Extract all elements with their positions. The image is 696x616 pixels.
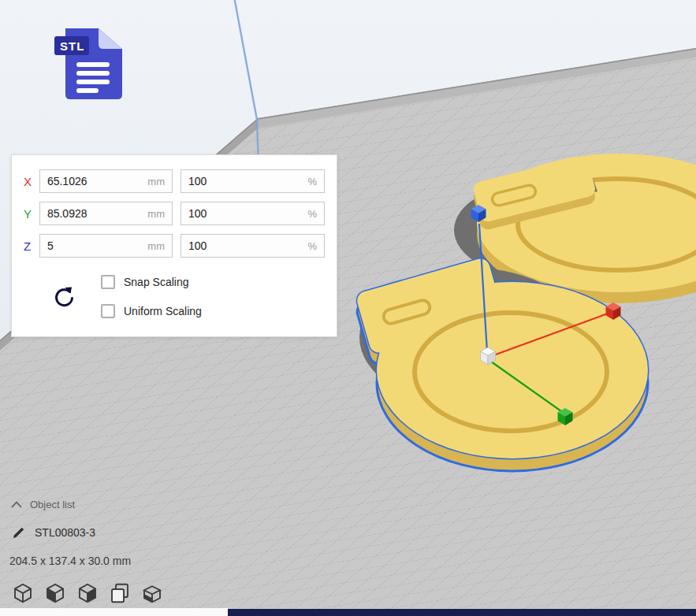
duplicate-pages-icon (108, 581, 132, 605)
object-name: STL00803-3 (35, 526, 95, 539)
scale-x-percent-input[interactable] (181, 170, 324, 192)
chevron-up-icon (11, 501, 22, 508)
scale-z-percent-input[interactable] (181, 235, 324, 257)
object-list-header[interactable]: Object list (11, 499, 75, 510)
edit-pencil-icon (13, 526, 25, 539)
unit-percent-label: % (307, 208, 317, 220)
scale-z-mm-field: mm (39, 234, 173, 258)
unit-mm-label: mm (147, 176, 165, 187)
snap-scaling-checkbox[interactable] (101, 275, 115, 289)
scale-y-percent-field: % (181, 202, 325, 225)
uniform-scaling-label: Uniform Scaling (124, 305, 202, 317)
object-view-toolbar (11, 581, 164, 605)
model-dimensions: 204.5 x 137.4 x 30.0 mm (9, 555, 131, 567)
scale-panel-options: Snap Scaling Uniform Scaling (24, 266, 325, 336)
unit-percent-label: % (307, 240, 317, 252)
uniform-scaling-row: Uniform Scaling (101, 302, 202, 320)
scale-row-z: Z mm % (24, 234, 325, 258)
cube-right-shaded-icon (76, 581, 99, 605)
snap-scaling-row: Snap Scaling (101, 273, 189, 291)
object-list-label: Object list (30, 499, 75, 510)
bottom-strip (0, 608, 228, 616)
flat-box-icon (140, 581, 164, 605)
axis-label-z: Z (24, 239, 39, 253)
cube-left-shaded-icon (43, 581, 67, 605)
object-list-item[interactable]: STL00803-3 (13, 526, 95, 539)
cura-window: STL X mm % Y mm (0, 0, 696, 616)
reset-scale-button[interactable] (50, 285, 76, 310)
scale-row-y: Y mm % (24, 202, 325, 225)
stl-label: STL (60, 39, 84, 53)
axis-label-y: Y (24, 207, 39, 221)
scale-row-x: X mm % (24, 169, 325, 193)
scale-y-percent-input[interactable] (181, 202, 324, 225)
reset-icon (52, 286, 74, 308)
scale-tool-panel: X mm % Y mm % Z mm (11, 154, 337, 337)
scale-z-percent-field: % (181, 234, 325, 258)
stl-file-icon[interactable]: STL (53, 27, 124, 101)
axis-label-x: X (24, 175, 39, 188)
cube-right-shaded-button[interactable] (76, 581, 99, 605)
cube-outline-icon (11, 581, 35, 605)
scale-x-mm-field: mm (39, 169, 173, 193)
unit-percent-label: % (307, 176, 317, 187)
snap-scaling-label: Snap Scaling (124, 276, 189, 288)
flatten-button[interactable] (140, 581, 164, 605)
unit-mm-label: mm (147, 240, 165, 252)
unit-mm-label: mm (147, 208, 165, 220)
cube-outline-button[interactable] (11, 581, 35, 605)
scale-x-percent-field: % (181, 169, 325, 193)
taskbar-strip[interactable] (228, 609, 696, 616)
cube-left-shaded-button[interactable] (43, 581, 67, 605)
uniform-scaling-checkbox[interactable] (101, 304, 115, 318)
scale-y-mm-field: mm (39, 202, 173, 225)
stl-document-icon: STL (53, 27, 124, 101)
duplicate-button[interactable] (108, 581, 132, 605)
